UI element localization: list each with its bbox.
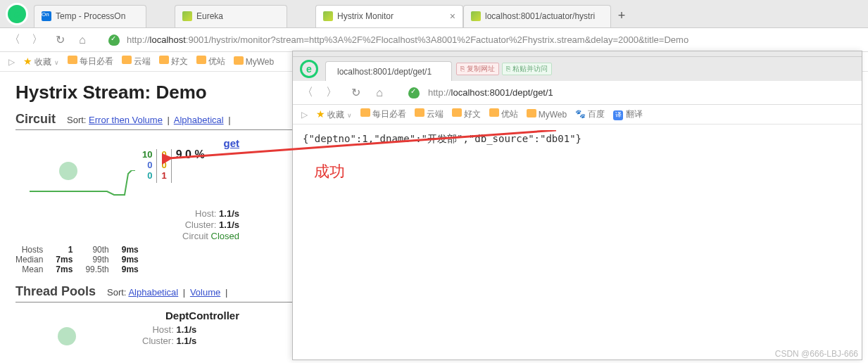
hosts-val: 1 (56, 245, 73, 255)
reload-button[interactable]: ↻ (348, 86, 363, 99)
address-bar[interactable]: http://localhost:9001/hystrix/monitor?st… (127, 34, 688, 45)
url-path: :8001/dept/get/1 (487, 87, 553, 98)
sparkline (15, 149, 142, 205)
sort-error-volume[interactable]: Error then Volume (89, 115, 163, 125)
timeout-count: 0 (161, 149, 166, 160)
p99-val: 9ms (122, 255, 139, 265)
close-icon[interactable]: × (450, 11, 455, 22)
folder-icon (234, 56, 244, 65)
rejected-count: 0 (161, 160, 166, 170)
sort-alphabetical[interactable]: Alphabetical (174, 115, 224, 125)
success-count: 10 (142, 149, 152, 160)
traffic-dot (58, 327, 76, 345)
tab-bar: e On Temp - ProcessOn Eureka Hystrix Mon… (0, 0, 868, 28)
forward-button[interactable]: 〉 (324, 85, 339, 100)
shield-icon (408, 87, 420, 98)
bookmark-item[interactable]: 每日必看 (68, 56, 113, 68)
bookmark-bar-2: ▷ ★ 收藏 ∨ 每日必看 云端 好文 优站 MyWeb 🐾 百度 译 翻译 (293, 105, 862, 125)
sort-label: Sort: (107, 287, 126, 298)
bookmark-baidu[interactable]: 🐾 百度 (575, 108, 605, 120)
back-button[interactable]: 〈 (300, 85, 315, 100)
sort-alphabetical[interactable]: Alphabetical (128, 287, 178, 298)
secondary-window: e localhost:8001/dept/get/1 ⎘ 复制网址 ⎘ 粘贴并… (292, 51, 862, 360)
paw-icon: 🐾 (575, 109, 586, 119)
forward-button[interactable]: 〉 (30, 32, 45, 47)
median-label: Median (15, 255, 43, 265)
cluster-label: Cluster: (142, 336, 174, 346)
tab-hystrix-monitor[interactable]: Hystrix Monitor × (315, 5, 463, 27)
expand-icon[interactable]: ▷ (8, 57, 15, 67)
bookmark-item[interactable]: 优站 (489, 108, 518, 120)
cluster-rate: 1.1/s (219, 219, 239, 230)
sort-label: Sort: (67, 115, 86, 125)
nav-bar: 〈 〉 ↻ ⌂ http://localhost:9001/hystrix/mo… (0, 28, 868, 52)
rate-block: Host: 1.1/s Cluster: 1.1/s Circuit Close… (15, 208, 239, 242)
short-circuit-count: 0 (142, 160, 152, 170)
url-scheme: http:// (127, 34, 150, 45)
bookmark-translate[interactable]: 译 翻译 (613, 108, 642, 120)
new-tab-button[interactable]: + (611, 8, 632, 23)
bookmark-item[interactable]: MyWeb (234, 56, 274, 67)
tab-label: Hystrix Monitor (337, 11, 394, 21)
nav-bar-2: 〈 〉 ↻ ⌂ http://localhost:8001/dept/get/1 (293, 81, 862, 105)
tab-actuator[interactable]: localhost:8001/actuator/hystri (463, 5, 611, 27)
sort-volume[interactable]: Volume (190, 287, 220, 298)
mean-val: 7ms (56, 265, 73, 274)
hosts-label: Hosts (22, 245, 44, 255)
host-label: Host: (195, 208, 216, 219)
pool-heading: Thread Pools (15, 284, 96, 299)
reload-button[interactable]: ↻ (52, 33, 68, 46)
success-annotation: 成功 (293, 154, 862, 189)
folder-icon (489, 108, 499, 117)
tab-favicon (323, 11, 333, 21)
mean-label: Mean (22, 265, 43, 274)
folder-icon (415, 108, 424, 117)
circuit-state: Closed (211, 231, 239, 241)
home-button[interactable]: ⌂ (75, 34, 90, 46)
favorites-label[interactable]: ★ 收藏 ∨ (23, 56, 59, 68)
bookmark-item[interactable]: MyWeb (527, 109, 567, 120)
bookmark-item[interactable]: 优站 (196, 56, 225, 68)
bookmark-item[interactable]: 好文 (452, 108, 481, 120)
expand-icon[interactable]: ▷ (301, 110, 308, 120)
p90-val: 9ms (122, 245, 139, 255)
tab-bar-2: e localhost:8001/dept/get/1 ⎘ 复制网址 ⎘ 粘贴并… (293, 57, 862, 81)
paste-visit-badge[interactable]: ⎘ 粘贴并访问 (502, 63, 552, 75)
url-path: :9001/hystrix/monitor?stream=http%3A%2F%… (186, 34, 688, 45)
error-percentage: 9.0 % (176, 149, 205, 183)
url-domain: localhost (150, 34, 186, 45)
browser-logo: e (300, 60, 318, 78)
bookmark-item[interactable]: 每日必看 (360, 108, 406, 120)
address-bar-2[interactable]: http://localhost:8001/dept/get/1 (428, 87, 553, 98)
count-block: 10 0 0 0 0 1 9.0 % (142, 149, 205, 183)
tab-processon[interactable]: On Temp - ProcessOn (34, 5, 146, 27)
favorites-label[interactable]: ★ 收藏 ∨ (316, 108, 352, 121)
sparkline-path (30, 170, 135, 198)
copy-url-badge[interactable]: ⎘ 复制网址 (456, 63, 499, 75)
bookmark-item[interactable]: 云端 (415, 108, 444, 120)
circuit-label: Circuit (182, 231, 208, 241)
tab-favicon: On (42, 11, 51, 21)
shield-icon (108, 34, 120, 46)
response-body: {"deptno":1,"dname":"开发部","db_source":"d… (293, 125, 862, 154)
tab-dept-get[interactable]: localhost:8001/dept/get/1 (325, 61, 452, 81)
home-button[interactable]: ⌂ (372, 87, 387, 99)
command-name[interactable]: get (224, 137, 240, 149)
back-button[interactable]: 〈 (7, 32, 23, 47)
circuit-card: get 10 0 0 0 0 1 (15, 137, 248, 274)
tab-eureka[interactable]: Eureka (175, 5, 287, 27)
cluster-label: Cluster: (185, 219, 217, 230)
tab-label: localhost:8001/actuator/hystri (485, 11, 595, 21)
star-icon: ★ (316, 108, 325, 120)
p995-label: 99.5th (85, 265, 108, 274)
failure-count: 1 (161, 170, 166, 181)
bookmark-item[interactable]: 云端 (122, 56, 151, 68)
host-label: Host: (152, 324, 173, 335)
folder-icon (159, 56, 169, 64)
bad-request-count: 0 (142, 170, 152, 181)
folder-icon (452, 108, 462, 117)
p995-val: 9ms (122, 265, 139, 274)
tab-label: localhost:8001/dept/get/1 (337, 67, 432, 77)
host-rate: 1.1/s (219, 208, 239, 219)
bookmark-item[interactable]: 好文 (159, 56, 188, 68)
